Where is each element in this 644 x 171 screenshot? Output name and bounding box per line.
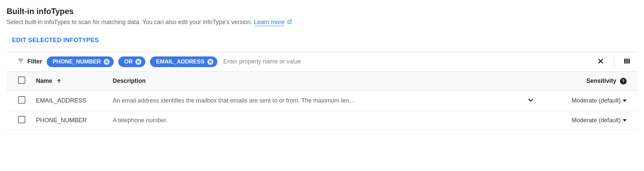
infotype-description: An email address identifies the mailbox … <box>107 90 517 111</box>
remove-chip-icon[interactable] <box>207 59 213 65</box>
edit-selected-infotypes-button[interactable]: EDIT SELECTED INFOTYPES <box>7 34 100 46</box>
filter-chip-phone-number[interactable]: PHONE_NUMBER <box>47 56 114 67</box>
help-icon[interactable]: ? <box>620 78 627 84</box>
dropdown-icon <box>623 100 627 102</box>
chevron-down-icon <box>527 97 534 105</box>
infotype-name: PHONE_NUMBER <box>31 111 107 130</box>
section-title: Built-in infoTypes <box>7 7 637 16</box>
clear-filter-button[interactable] <box>596 56 606 67</box>
columns-icon <box>623 57 631 66</box>
svg-rect-1 <box>626 59 628 64</box>
divider <box>614 56 614 67</box>
infotype-name: EMAIL_ADDRESS <box>31 90 107 111</box>
remove-chip-icon[interactable] <box>104 59 110 65</box>
infotypes-table: Name Description Sensitivity ? EMAIL_ADD… <box>7 71 637 130</box>
column-display-options-button[interactable] <box>622 56 632 67</box>
subtitle-text: Select built-in infoTypes to scan for ma… <box>7 19 254 25</box>
filter-chip-or[interactable]: OR <box>118 56 146 67</box>
column-header-sensitivity: Sensitivity ? <box>544 71 637 90</box>
filter-bar: Filter PHONE_NUMBER OR EMAIL_ADDRESS <box>7 52 637 71</box>
row-checkbox[interactable] <box>18 96 25 104</box>
sensitivity-select[interactable]: Moderate (default) <box>572 117 627 124</box>
filter-icon <box>17 57 24 66</box>
row-checkbox[interactable] <box>18 116 25 123</box>
infotype-description: A telephone number. <box>107 111 517 130</box>
expand-row-button[interactable] <box>526 95 536 106</box>
table-row: PHONE_NUMBER A telephone number. Moderat… <box>7 111 637 130</box>
sensitivity-select[interactable]: Moderate (default) <box>572 97 627 104</box>
svg-rect-2 <box>628 59 630 64</box>
dropdown-icon <box>623 119 627 122</box>
table-header-row: Name Description Sensitivity ? <box>7 71 637 90</box>
sort-ascending-icon <box>56 78 62 84</box>
column-header-description: Description <box>107 71 517 90</box>
svg-rect-0 <box>624 59 626 64</box>
filter-label: Filter <box>17 57 42 66</box>
remove-chip-icon[interactable] <box>135 59 141 65</box>
section-subtitle: Select built-in infoTypes to scan for ma… <box>7 19 637 26</box>
filter-chip-email-address[interactable]: EMAIL_ADDRESS <box>150 56 217 67</box>
close-icon <box>597 57 604 66</box>
column-header-name[interactable]: Name <box>31 71 107 90</box>
external-link-icon <box>287 19 292 26</box>
learn-more-link[interactable]: Learn more <box>254 19 285 26</box>
filter-input[interactable] <box>222 56 591 67</box>
select-all-checkbox[interactable] <box>18 76 25 84</box>
table-row: EMAIL_ADDRESS An email address identifie… <box>7 90 637 111</box>
